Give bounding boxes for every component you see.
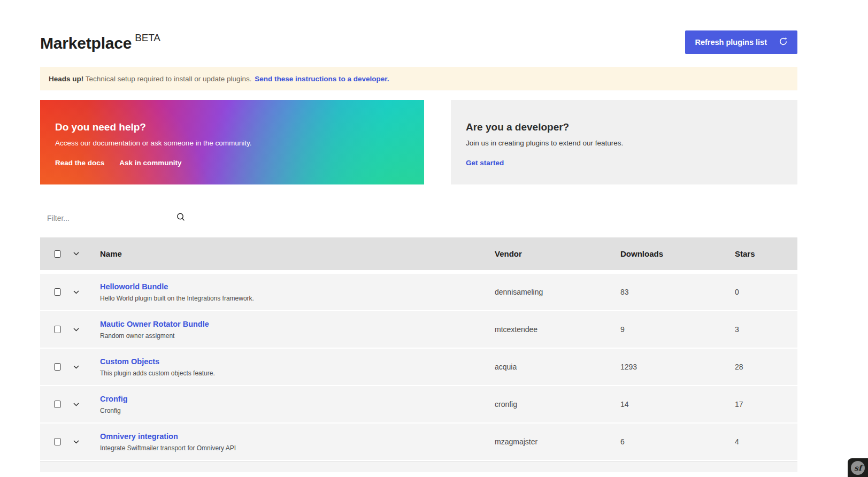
column-header-name: Name <box>100 249 495 258</box>
help-card: Do you need help? Access our documentati… <box>40 100 424 184</box>
plugin-stars: 17 <box>735 400 797 409</box>
table-row: Custom Objects This plugin adds custom o… <box>40 349 797 385</box>
refresh-icon <box>779 37 788 48</box>
alert-instructions-link[interactable]: Send these instructions to a developer. <box>255 75 389 83</box>
table-header-gap <box>40 270 797 274</box>
row-checkbox[interactable] <box>54 288 61 296</box>
read-docs-link[interactable]: Read the docs <box>55 159 104 167</box>
table-row: Helloworld Bundle Hello World plugin bui… <box>40 274 797 310</box>
chevron-down-icon[interactable] <box>73 440 100 444</box>
row-checkbox[interactable] <box>54 326 61 333</box>
row-checkbox[interactable] <box>54 438 61 445</box>
help-card-title: Do you need help? <box>55 121 408 133</box>
plugin-downloads: 9 <box>620 325 735 334</box>
plugin-description: Hello World plugin built on the Integrat… <box>100 295 495 302</box>
filter-row <box>40 211 797 228</box>
table-row: Mautic Owner Rotator Bundle Random owner… <box>40 311 797 348</box>
plugin-downloads: 14 <box>620 400 735 409</box>
developer-card-description: Join us in creating plugins to extend ou… <box>466 139 781 147</box>
page-header: MarketplaceBETA Refresh plugins list <box>40 0 797 54</box>
page-title: MarketplaceBETA <box>40 32 160 52</box>
plugins-table: Name Vendor Downloads Stars Helloworld B… <box>40 237 797 472</box>
plugin-stars: 3 <box>735 325 797 334</box>
table-header-row: Name Vendor Downloads Stars <box>40 237 797 270</box>
plugin-vendor: acquia <box>495 363 620 371</box>
page-title-text: Marketplace <box>40 34 132 52</box>
plugin-downloads: 6 <box>620 437 735 446</box>
alert-message: Technical setup required to install or u… <box>86 75 252 83</box>
chevron-down-icon[interactable] <box>73 328 100 332</box>
refresh-plugins-button[interactable]: Refresh plugins list <box>685 30 797 54</box>
plugin-downloads: 83 <box>620 288 735 296</box>
symfony-logo-icon: sf <box>851 461 865 475</box>
beta-badge: BETA <box>135 32 160 43</box>
developer-card-title: Are you a developer? <box>466 121 781 133</box>
plugin-stars: 4 <box>735 437 797 446</box>
search-icon[interactable] <box>176 212 186 224</box>
plugin-stars: 28 <box>735 363 797 371</box>
plugin-description: Integrate Swiftmailer transport for Omni… <box>100 444 495 452</box>
table-row: Omnivery integration Integrate Swiftmail… <box>40 424 797 460</box>
alert-intro: Heads up! <box>49 75 83 83</box>
plugin-name-link[interactable]: Helloworld Bundle <box>100 282 168 291</box>
row-checkbox[interactable] <box>54 363 61 371</box>
column-header-downloads: Downloads <box>620 249 735 258</box>
plugin-vendor: dennisameling <box>495 288 620 296</box>
plugin-description: Random owner assigment <box>100 332 495 340</box>
chevron-down-icon[interactable] <box>73 403 100 406</box>
select-all-checkbox[interactable] <box>54 250 61 258</box>
plugin-vendor: mtcextendee <box>495 325 620 334</box>
plugin-description: Cronfig <box>100 407 495 414</box>
chevron-down-icon[interactable] <box>73 290 100 294</box>
plugin-vendor: cronfig <box>495 400 620 409</box>
chevron-down-icon[interactable] <box>73 365 100 369</box>
plugin-description: This plugin adds custom objects feature. <box>100 370 495 377</box>
table-row-partial <box>40 461 797 472</box>
plugin-name-link[interactable]: Custom Objects <box>100 357 159 366</box>
row-checkbox[interactable] <box>54 401 61 408</box>
plugin-name-link[interactable]: Mautic Owner Rotator Bundle <box>100 320 209 328</box>
plugin-vendor: mzagmajster <box>495 437 620 446</box>
help-card-description: Access our documentation or ask someone … <box>55 139 408 147</box>
developer-card: Are you a developer? Join us in creating… <box>451 100 797 184</box>
column-header-stars: Stars <box>735 249 797 258</box>
plugin-name-link[interactable]: Cronfig <box>100 395 128 403</box>
plugin-stars: 0 <box>735 288 797 296</box>
refresh-plugins-label: Refresh plugins list <box>695 38 767 47</box>
get-started-link[interactable]: Get started <box>466 159 504 167</box>
ask-community-link[interactable]: Ask in community <box>119 159 181 167</box>
chevron-down-icon[interactable] <box>73 252 100 256</box>
table-row: Cronfig Cronfig cronfig 14 17 <box>40 386 797 422</box>
column-header-vendor: Vendor <box>495 249 620 258</box>
symfony-profiler-badge[interactable]: sf <box>848 458 868 477</box>
plugin-name-link[interactable]: Omnivery integration <box>100 432 178 441</box>
plugin-downloads: 1293 <box>620 363 735 371</box>
filter-input[interactable] <box>40 211 175 226</box>
heads-up-alert: Heads up! Technical setup required to in… <box>40 67 797 90</box>
